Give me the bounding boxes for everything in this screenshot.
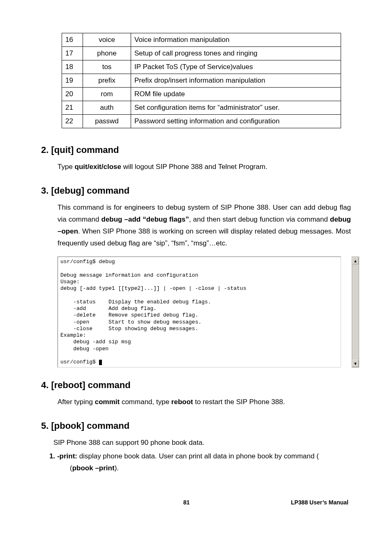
term-line: usr/config$ debug [60, 259, 115, 265]
terminal-container: usr/config$ debug Debug message informat… [58, 257, 351, 368]
row-desc: Set configuration items for “administrat… [131, 101, 341, 115]
text-bold: commit [95, 398, 120, 406]
table-row: 20 rom ROM file update [62, 88, 341, 101]
term-prompt: usr/config$ [60, 359, 99, 365]
term-line: Usage: [60, 279, 80, 285]
row-desc: Voice information manipulation [131, 33, 341, 47]
row-desc: ROM file update [131, 88, 341, 101]
text: LP388 [291, 499, 309, 506]
quit-paragraph: Type quit/exit/close will logout SIP Pho… [58, 161, 351, 173]
section-heading-debug: 3. [debug] command [41, 185, 351, 196]
table-row: 18 tos IP Packet ToS (Type of Service)va… [62, 60, 341, 74]
text: display phone book data. User can print … [77, 452, 319, 460]
text: ). [115, 464, 119, 472]
indent: (pbook –print). [70, 464, 119, 472]
row-cmd: rom [83, 88, 131, 101]
text: , and then start debug function via comm… [189, 215, 330, 223]
term-line: debug -add sip msg [60, 339, 131, 345]
text-bold: 1. -print: [49, 452, 77, 460]
pbook-paragraph-2: 1. -print: display phone book data. User… [49, 451, 351, 474]
scroll-down-icon[interactable]: ▼ [352, 360, 359, 367]
table-row: 16 voice Voice information manipulation [62, 33, 341, 47]
row-cmd: tos [83, 60, 131, 74]
term-line: -close Stop showing debug messages. [60, 326, 198, 332]
term-line: debug [-add type1 [[type2]...]] | -open … [60, 285, 246, 291]
reboot-paragraph: After typing commit command, type reboot… [58, 396, 351, 408]
term-line: -open Start to show debug messages. [60, 319, 201, 325]
term-line: -delete Remove specified debug flag. [60, 312, 198, 318]
text: will logout SIP Phone 388 and Telnet Pro… [121, 163, 267, 171]
row-desc: Setup of call progress tones and ringing [131, 47, 341, 60]
term-line: -add Add debug flag. [60, 305, 157, 312]
row-index: 21 [62, 101, 83, 115]
row-desc: Password setting information and configu… [131, 115, 341, 128]
row-cmd: passwd [83, 115, 131, 128]
term-line: Debug message information and configurat… [60, 272, 198, 278]
manual-title: LP388 User’s Manual [291, 499, 348, 506]
text: After typing [58, 398, 95, 406]
debug-paragraph: This command is for engineers to debug s… [58, 202, 351, 250]
section-heading-pbook: 5. [pbook] command [41, 421, 351, 431]
text: to restart the SIP Phone 388. [193, 398, 285, 406]
row-index: 20 [62, 88, 83, 101]
text-bold: debug –add “debug flags” [101, 215, 189, 223]
text: . When SIP Phone 388 is working on scree… [58, 227, 351, 247]
row-cmd: phone [83, 47, 131, 60]
table-row: 17 phone Setup of call progress tones an… [62, 47, 341, 60]
row-index: 17 [62, 47, 83, 60]
table-row: 21 auth Set configuration items for “adm… [62, 101, 341, 115]
text-bold: pbook –print [72, 464, 115, 472]
section-heading-reboot: 4. [reboot] command [41, 380, 351, 391]
table-row: 22 passwd Password setting information a… [62, 115, 341, 128]
text-bold: reboot [171, 398, 193, 406]
row-index: 22 [62, 115, 83, 128]
row-cmd: prefix [83, 74, 131, 88]
row-cmd: auth [83, 101, 131, 115]
row-index: 19 [62, 74, 83, 88]
cursor-icon [99, 360, 102, 365]
table-row: 19 prefix Prefix drop/insert information… [62, 74, 341, 88]
row-desc: IP Packet ToS (Type of Service)values [131, 60, 341, 74]
term-line: debug -open [60, 346, 108, 352]
scroll-up-icon[interactable]: ▲ [352, 257, 359, 264]
terminal-output: usr/config$ debug Debug message informat… [58, 257, 341, 368]
term-line: Example: [60, 332, 86, 338]
row-index: 16 [62, 33, 83, 47]
page-content: 16 voice Voice information manipulation … [0, 0, 392, 522]
page-number: 81 [183, 499, 190, 506]
command-table: 16 voice Voice information manipulation … [62, 33, 341, 128]
scrollbar[interactable]: ▲ ▼ [352, 257, 359, 368]
section-heading-quit: 2. [quit] command [41, 145, 351, 155]
text: User’s Manual [309, 499, 348, 506]
row-cmd: voice [83, 33, 131, 47]
text-bold: quit/exit/close [75, 163, 121, 171]
page-footer: 81 LP388 User’s Manual [41, 499, 351, 506]
pbook-paragraph-1: SIP Phone 388 can support 90 phone book … [53, 437, 351, 449]
text: Type [58, 163, 75, 171]
term-line: -status Display the enabled debug flags. [60, 299, 211, 305]
row-desc: Prefix drop/insert information manipulat… [131, 74, 341, 88]
text: command, type [120, 398, 171, 406]
row-index: 18 [62, 60, 83, 74]
